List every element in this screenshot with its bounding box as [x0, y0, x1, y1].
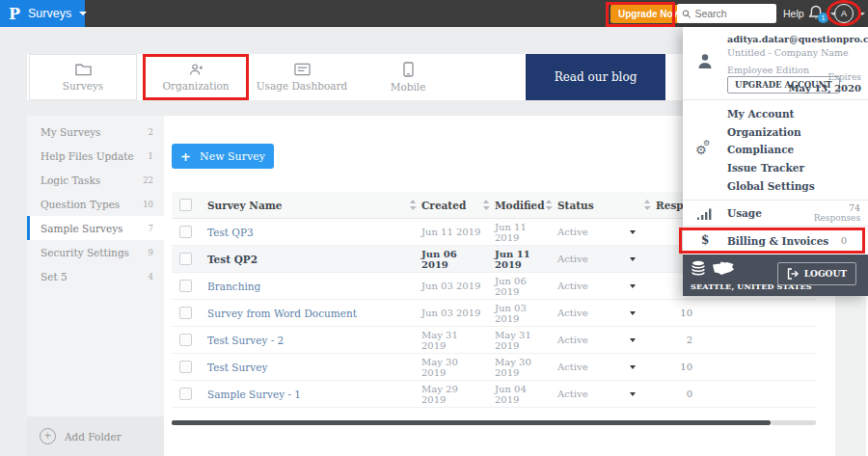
- survey-name-link[interactable]: Test Survey - 2: [207, 335, 409, 346]
- app-root: P Surveys Upgrade Now Help 1 A: [0, 0, 868, 456]
- avatar[interactable]: A: [834, 4, 854, 23]
- account-email: aditya.datar@questionpro.c...: [727, 34, 868, 44]
- search-box[interactable]: [677, 4, 776, 23]
- table-row: Survey from Word Document Jun 03 2019 Ju…: [172, 300, 816, 327]
- read-our-blog-banner[interactable]: Read our blog: [526, 54, 665, 100]
- phone-icon: [403, 62, 414, 77]
- sidebar-item-security-settings[interactable]: Security Settings 9: [27, 240, 164, 264]
- tab-label: Usage Dashboard: [257, 80, 348, 92]
- status-value: Active: [557, 227, 588, 237]
- folder-label: Help Files Update: [41, 150, 134, 162]
- status-value: Active: [557, 389, 588, 399]
- survey-name-link[interactable]: Survey from Word Document: [207, 308, 409, 319]
- add-folder-button[interactable]: + Add Folder: [27, 416, 164, 456]
- row-checkbox[interactable]: [179, 253, 192, 265]
- folder-count: 7: [149, 224, 153, 233]
- gears-icon: ⚙⚙: [695, 143, 707, 157]
- sidebar-item-question-types[interactable]: Question Types 10: [27, 192, 164, 216]
- menu-item-my-account[interactable]: My Account: [683, 108, 868, 120]
- expires-date: May 13, 2020: [788, 83, 861, 94]
- folder-count: 22: [143, 175, 153, 185]
- chevron-down-icon: [859, 13, 865, 15]
- menu-item-issue-tracker[interactable]: Issue Tracker: [683, 162, 868, 174]
- status-dropdown-caret[interactable]: [630, 230, 636, 234]
- tab-usage-dashboard[interactable]: Usage Dashboard: [249, 54, 355, 100]
- survey-name-link[interactable]: Branching: [207, 281, 409, 292]
- add-people-icon: [187, 63, 204, 76]
- account-info-section: aditya.datar@questionpro.c... Untitled -…: [683, 27, 868, 100]
- sort-icon: [482, 200, 490, 210]
- upgrade-now-label: Upgrade Now: [618, 9, 680, 19]
- logout-button[interactable]: LOGOUT: [777, 262, 856, 285]
- status-value: Active: [557, 362, 588, 372]
- folder-count: 9: [149, 248, 153, 257]
- survey-name-link[interactable]: Test Survey: [207, 362, 409, 373]
- new-survey-label: New Survey: [200, 150, 265, 163]
- select-all-checkbox[interactable]: [179, 199, 192, 211]
- tab-organization[interactable]: Organization: [143, 54, 249, 100]
- add-folder-label: Add Folder: [65, 431, 122, 443]
- tab-surveys[interactable]: Surveys: [29, 54, 137, 100]
- account-company: Untitled - Company Name: [727, 47, 849, 58]
- chevron-down-icon: [79, 12, 87, 15]
- expires-label: Expires: [827, 72, 861, 82]
- status-value: Active: [557, 254, 588, 264]
- status-dropdown-caret[interactable]: [630, 338, 636, 342]
- sidebar-item-sample-surveys[interactable]: Sample Surveys 7: [27, 216, 164, 240]
- folder-label: Logic Tasks: [41, 174, 100, 186]
- row-checkbox[interactable]: [179, 280, 192, 292]
- created-date: Jun 03 2019: [409, 281, 482, 291]
- header-status[interactable]: Status: [545, 200, 643, 211]
- questionpro-logo-icon: P: [9, 5, 20, 23]
- help-link[interactable]: Help: [783, 8, 804, 19]
- new-survey-button[interactable]: + New Survey: [172, 144, 274, 169]
- survey-name-link[interactable]: Test QP2: [207, 254, 409, 265]
- status-dropdown-caret[interactable]: [630, 365, 636, 369]
- status-dropdown-caret[interactable]: [630, 257, 636, 261]
- tab-mobile[interactable]: Mobile: [355, 54, 461, 100]
- usa-map-icon: [712, 261, 735, 276]
- folder-label: Sample Surveys: [41, 223, 122, 234]
- menu-item-global-settings[interactable]: Global Settings: [683, 180, 868, 192]
- survey-name-link[interactable]: Test QP3: [207, 227, 409, 238]
- status-dropdown-caret[interactable]: [630, 311, 636, 315]
- sidebar-item-logic-tasks[interactable]: Logic Tasks 22: [27, 168, 164, 192]
- sidebar-item-help-files-update[interactable]: Help Files Update 1: [27, 144, 164, 168]
- folder-label: My Surveys: [41, 126, 100, 138]
- usage-value: 74: [814, 202, 860, 213]
- row-checkbox[interactable]: [179, 226, 192, 238]
- user-icon: [697, 53, 713, 69]
- horizontal-scrollbar-thumb[interactable]: [172, 420, 771, 425]
- search-input[interactable]: [694, 8, 772, 19]
- row-checkbox[interactable]: [179, 334, 192, 346]
- horizontal-scrollbar-track: [771, 420, 816, 425]
- row-checkbox[interactable]: [179, 388, 192, 400]
- account-menu-section: ⚙⚙ My Account Organization Compliance Is…: [683, 100, 868, 201]
- menu-item-billing-invoices[interactable]: $ Billing & Invoices 0: [683, 227, 868, 255]
- sidebar-item-my-surveys[interactable]: My Surveys 2: [27, 120, 164, 144]
- survey-name-link[interactable]: Sample Survey - 1: [207, 389, 409, 400]
- row-checkbox[interactable]: [179, 361, 192, 373]
- created-date: Jun 03 2019: [409, 308, 482, 318]
- account-edition: Employee Edition: [727, 65, 809, 75]
- menu-item-usage[interactable]: Usage 74 Responses: [683, 201, 868, 227]
- bar-chart-icon: [697, 208, 712, 220]
- folder-count: 1: [149, 151, 153, 161]
- responses-count: 0: [643, 389, 692, 399]
- blog-banner-label: Read our blog: [555, 70, 637, 84]
- brand-surveys-menu[interactable]: P Surveys: [0, 0, 85, 27]
- sidebar-item-set-5[interactable]: Set 5 4: [27, 264, 164, 288]
- logout-label: LOGOUT: [804, 269, 847, 279]
- table-row: Sample Survey - 1 May 29 2019 Jun 04 201…: [172, 381, 816, 408]
- search-icon: [682, 9, 691, 19]
- modified-date: Jun 03 2019: [482, 303, 545, 324]
- status-value: Active: [557, 281, 588, 291]
- menu-item-compliance[interactable]: Compliance: [683, 144, 868, 155]
- status-dropdown-caret[interactable]: [630, 392, 636, 396]
- folder-count: 10: [143, 200, 153, 209]
- header-modified[interactable]: Modified: [482, 200, 545, 211]
- row-checkbox[interactable]: [179, 307, 192, 319]
- header-created[interactable]: Created: [409, 200, 482, 211]
- status-dropdown-caret[interactable]: [630, 284, 636, 288]
- menu-item-organization[interactable]: Organization: [683, 126, 868, 138]
